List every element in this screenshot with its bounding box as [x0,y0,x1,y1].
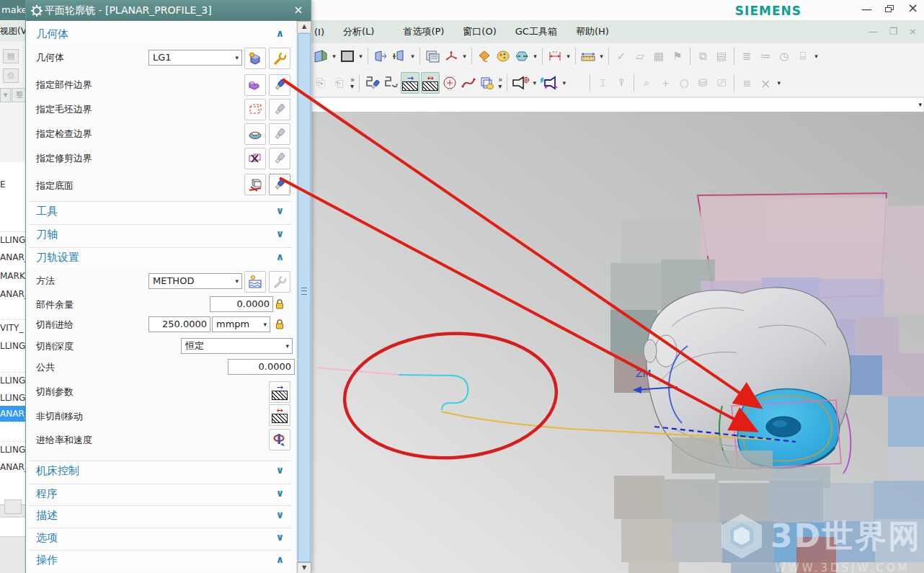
menu-item-gc-toolbox[interactable]: GC工具箱 [515,25,557,38]
print-icon[interactable]: ⎙ [3,68,19,83]
layer-settings-icon[interactable] [424,46,441,66]
restore-button[interactable] [885,3,894,16]
part-boundary-select-button[interactable] [269,74,290,96]
menu-item-window[interactable]: 窗口(O) [463,25,496,38]
minimize-button[interactable]: — [861,3,872,16]
flag-icon[interactable]: ⚑ [669,46,686,66]
check-boundary-button[interactable] [244,123,266,145]
navigator-item[interactable]: ANAR_ [0,459,25,475]
section-machine-control[interactable]: 机床控制 ∨ [29,461,291,481]
show-hide-dropdown-icon[interactable]: ▾ [409,46,416,66]
verify-icon[interactable]: ✓ [613,46,630,66]
render-style-dropdown-icon[interactable]: ▾ [357,46,364,66]
menu-item-analysis[interactable]: 分析(L) [343,25,374,38]
shop-doc-icon[interactable]: ▦ [650,46,667,66]
show-hide-icon[interactable] [372,46,389,66]
section-options[interactable]: 选项 ∨ [29,528,291,548]
section-path-settings[interactable]: 刀轨设置 ∧ [29,247,291,267]
menu-item-help[interactable]: 帮助(H) [576,25,609,38]
floor-button[interactable] [244,174,266,195]
child-close-button[interactable]: × [909,26,917,37]
cutting-parameters-toolbar-icon[interactable]: → [401,72,419,94]
section-program[interactable]: 程序 ∨ [29,484,291,504]
create-tool-icon[interactable]: ⎗ [331,73,348,93]
wcs-dropdown-icon[interactable]: ▾ [461,46,468,66]
navigator-item[interactable]: LLING [0,231,25,248]
chevron-down-icon[interactable]: ∨ [276,228,284,239]
check-boundary-select-button[interactable] [269,123,290,145]
section-tool-axis[interactable]: 刀轴 ∨ [29,224,291,244]
section-tool[interactable]: 工具 ∨ [29,201,291,221]
machine-tool-view-icon[interactable]: ⍒ [613,73,630,93]
scrollbar-thumb[interactable] [298,33,311,562]
dialog-close-button[interactable]: × [290,3,306,17]
monitor-icon[interactable]: ⎚ [713,73,730,93]
non-cutting-moves-button[interactable]: ↔ [269,404,290,426]
cut-feed-lock-button[interactable] [273,316,286,332]
dialog-scrollbar[interactable]: ▲ ▼ [296,21,311,573]
chevron-down-icon[interactable]: ∨ [276,487,284,499]
part-stock-lock-button[interactable] [273,296,286,311]
move-object-icon[interactable] [476,46,493,66]
scene-area[interactable]: ZM [311,112,924,573]
wcs-dynamics-icon[interactable] [443,46,460,66]
overflow-dropdown-icon[interactable]: ▾ [350,83,355,89]
create-program-icon[interactable]: ⎘ [312,73,329,93]
delete-icon[interactable]: × [757,73,774,93]
blank-boundary-select-button[interactable] [269,99,290,120]
add-to-group-icon[interactable]: ＋ [657,73,674,93]
background-menu-fragment[interactable]: 视图(V [0,20,25,42]
render-style-icon[interactable] [339,46,356,66]
child-minimize-button[interactable]: — [868,26,877,37]
method-select[interactable]: METHOD▾ [148,273,242,289]
document-icon[interactable]: ▤ [713,46,730,66]
section-actions[interactable]: 操作 ∧ [29,550,291,570]
scrollbar-track[interactable] [297,32,311,563]
ruler-icon[interactable] [579,46,597,66]
show-object-dropdown-icon[interactable]: ▾ [532,46,538,66]
show-object-icon[interactable] [513,46,530,66]
menu-item-preferences[interactable]: 首选项(P) [403,25,444,38]
mill-boundary-dropdown-icon[interactable]: ▾ [531,73,538,93]
navigator-item[interactable]: MARK [0,268,25,284]
edit-geometry-button[interactable] [269,48,290,69]
copy-window-icon[interactable]: ⧉ [694,46,711,66]
graphics-viewport[interactable]: ▾ [311,97,924,573]
toolbar1-dropdown-icon[interactable]: ▾ [813,46,819,66]
find-object-icon[interactable]: ⌕ [638,73,655,93]
chevron-down-icon[interactable]: ∨ [276,531,284,543]
database-icon[interactable]: ⛁ [694,73,711,93]
feeds-and-speeds-button[interactable] [269,429,290,450]
chevron-up-icon[interactable]: ∧ [276,251,284,262]
cue-dropdown-icon[interactable]: ▾ [918,101,922,108]
new-method-button[interactable] [244,271,266,293]
chevron-down-icon[interactable]: ∨ [276,464,284,476]
chevron-down-icon[interactable]: ∨ [276,509,284,520]
geometry-select[interactable]: LG1▾ [148,50,242,66]
toolbar2-dropdown-icon[interactable]: ▾ [776,73,782,93]
list-clock-icon[interactable]: ◷ [776,46,793,66]
overflow2-dropdown-icon[interactable]: ▾ [498,83,502,89]
navigator-item[interactable]: ANAR_ [0,249,25,265]
measure-distance-icon[interactable] [546,46,564,66]
chevron-up-icon[interactable]: ∧ [276,27,284,39]
view-orient-dropdown-icon[interactable]: ▾ [331,46,337,66]
child-restore-button[interactable]: ❐ [889,26,897,37]
object-display-icon[interactable] [494,46,512,66]
postprocess-icon[interactable]: ▱ [631,46,649,66]
pattern-display-icon[interactable] [479,73,496,93]
list-wrench-icon[interactable]: ≔ [757,46,774,66]
navigator-item[interactable]: E [0,177,25,192]
non-cutting-moves-toolbar-icon[interactable]: ↔ [421,72,440,94]
scroll-up-button[interactable]: ▲ [297,21,311,33]
mill-geometry-icon[interactable] [539,73,559,93]
trim-boundary-button[interactable] [244,148,266,169]
mill-geometry-dropdown-icon[interactable]: ▾ [561,73,567,93]
point-icon[interactable] [441,73,458,93]
batch-icon[interactable]: ⌸ [794,46,812,66]
navigator-item[interactable]: LLING [0,390,25,406]
invert-show-hide-icon[interactable] [391,46,408,66]
part-boundary-button[interactable] [244,74,266,96]
spline-icon[interactable] [460,73,477,93]
navigator-item[interactable]: LLING [0,372,25,388]
